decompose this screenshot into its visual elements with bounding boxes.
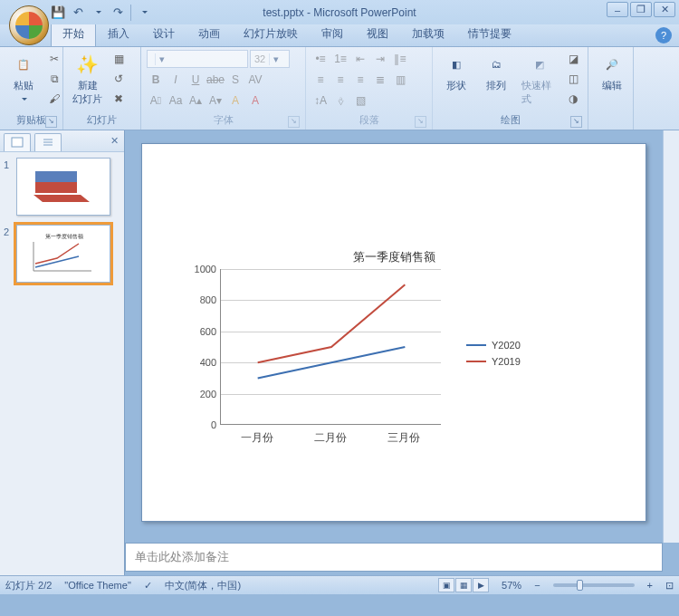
slide[interactable]: 第一季度销售额 02004006008001000 一月份二月份三月份 Y202… xyxy=(141,143,646,522)
chart-plot-area xyxy=(220,269,441,425)
undo-dropdown[interactable] xyxy=(91,5,105,20)
font-size-combo[interactable]: 32▾ xyxy=(250,50,290,68)
redo-icon[interactable]: ↷ xyxy=(110,5,125,20)
underline-button[interactable]: U xyxy=(186,71,205,89)
qat-customize[interactable] xyxy=(137,5,151,20)
zoom-label: 57% xyxy=(502,580,521,591)
normal-view-button[interactable]: ▣ xyxy=(438,578,454,592)
justify-button[interactable]: ≣ xyxy=(371,71,389,89)
shapes-button[interactable]: ◧形状 xyxy=(438,50,474,94)
clipboard-launcher[interactable]: ↘ xyxy=(45,116,57,128)
slideshow-view-button[interactable]: ▶ xyxy=(473,578,489,592)
font-color-button[interactable]: A xyxy=(246,91,264,110)
undo-icon[interactable]: ↶ xyxy=(71,5,85,20)
change-case-button[interactable]: Aa xyxy=(167,91,185,110)
bold-button[interactable]: B xyxy=(147,71,165,89)
tab-insert[interactable]: 插入 xyxy=(96,22,141,46)
tab-review[interactable]: 审阅 xyxy=(310,22,355,46)
thumbnail-1[interactable]: 1 xyxy=(4,158,120,216)
spellcheck-icon[interactable]: ✓ xyxy=(144,580,152,592)
new-slide-button[interactable]: ✨ 新建 幻灯片 xyxy=(69,50,106,108)
tab-storyboard[interactable]: 情节提要 xyxy=(456,22,523,46)
char-spacing-button[interactable]: AV xyxy=(246,71,264,89)
align-center-button[interactable]: ≡ xyxy=(331,71,349,89)
fit-window-button[interactable]: ⊡ xyxy=(665,580,674,592)
cut-icon[interactable]: ✂ xyxy=(45,50,63,68)
paragraph-launcher[interactable]: ↘ xyxy=(415,116,426,128)
new-slide-label: 新建 幻灯片 xyxy=(72,79,102,106)
align-right-button[interactable]: ≡ xyxy=(351,71,369,89)
quick-access-toolbar: 💾 ↶ ↷ xyxy=(51,5,151,21)
columns-button[interactable]: ▥ xyxy=(391,71,409,89)
new-slide-icon: ✨ xyxy=(75,52,100,77)
group-clipboard-label: 剪贴板↘ xyxy=(5,112,57,128)
shape-effects-button[interactable]: ◑ xyxy=(564,90,582,108)
editing-button[interactable]: 🔎编辑 xyxy=(594,50,630,94)
align-text-button[interactable]: ⎀ xyxy=(331,91,349,110)
slides-tab[interactable] xyxy=(4,133,31,151)
svg-rect-5 xyxy=(35,182,77,193)
bullets-button[interactable]: •≡ xyxy=(311,50,330,68)
tab-home[interactable]: 开始 xyxy=(51,22,96,46)
shape-outline-button[interactable]: ◫ xyxy=(564,70,582,88)
indent-inc-button[interactable]: ⇥ xyxy=(371,50,389,68)
thumbnail-2[interactable]: 2 第一季度销售额 xyxy=(4,225,120,283)
paste-button[interactable]: 📋 粘贴 xyxy=(5,50,42,107)
vertical-scrollbar[interactable] xyxy=(663,130,679,543)
reset-icon[interactable]: ↺ xyxy=(110,70,128,88)
copy-icon[interactable]: ⧉ xyxy=(45,70,63,88)
outline-tab[interactable] xyxy=(34,133,62,151)
language-label[interactable]: 中文(简体，中国) xyxy=(165,579,241,592)
clear-format-button[interactable]: A⃠ xyxy=(147,91,165,110)
strike-button[interactable]: abe xyxy=(206,71,225,89)
zoom-slider[interactable] xyxy=(553,583,635,587)
font-highlight-button[interactable]: A xyxy=(226,91,244,110)
paste-dropdown[interactable] xyxy=(20,94,27,105)
thumbnails: 1 2 第一季度销售额 xyxy=(0,152,124,575)
tab-design[interactable]: 设计 xyxy=(141,22,186,46)
delete-slide-icon[interactable]: ✖ xyxy=(110,90,128,108)
tab-view[interactable]: 视图 xyxy=(355,22,400,46)
quick-styles-button[interactable]: ◩快速样式 xyxy=(518,50,560,108)
minimize-button[interactable]: – xyxy=(607,2,628,17)
tab-animations[interactable]: 动画 xyxy=(186,22,232,46)
office-button[interactable] xyxy=(9,5,49,45)
save-icon[interactable]: 💾 xyxy=(51,5,65,20)
shrink-font-button[interactable]: A▾ xyxy=(206,91,225,110)
close-button[interactable]: ✕ xyxy=(654,2,675,17)
shadow-button[interactable]: S xyxy=(226,71,244,89)
indent-dec-button[interactable]: ⇤ xyxy=(351,50,369,68)
group-slides: ✨ 新建 幻灯片 ▦ ↺ ✖ 幻灯片 xyxy=(63,47,141,130)
numbering-button[interactable]: 1≡ xyxy=(331,50,349,68)
group-font-label: 字体↘ xyxy=(147,112,300,128)
sorter-view-button[interactable]: ▦ xyxy=(455,578,472,592)
shape-fill-button[interactable]: ◪ xyxy=(564,50,582,68)
font-launcher[interactable]: ↘ xyxy=(288,116,300,128)
tab-addins[interactable]: 加载项 xyxy=(400,22,456,46)
title-bar: 💾 ↶ ↷ test.pptx - Microsoft PowerPoint –… xyxy=(0,0,679,24)
help-button[interactable]: ? xyxy=(655,27,672,43)
chart-yaxis: 02004006008001000 xyxy=(191,269,220,425)
line-spacing-button[interactable]: ‖≡ xyxy=(391,50,409,68)
notes-pane[interactable]: 单击此处添加备注 xyxy=(125,543,663,572)
font-name-combo[interactable]: ▾ xyxy=(147,50,248,68)
tab-slideshow[interactable]: 幻灯片放映 xyxy=(232,22,310,46)
italic-button[interactable]: I xyxy=(167,71,185,89)
grow-font-button[interactable]: A▴ xyxy=(186,91,205,110)
format-painter-icon[interactable]: 🖌 xyxy=(45,90,63,108)
align-left-button[interactable]: ≡ xyxy=(311,71,330,89)
chart-legend: Y2020Y2019 xyxy=(466,340,521,372)
smartart-button[interactable]: ▧ xyxy=(351,91,369,110)
drawing-launcher[interactable]: ↘ xyxy=(570,116,582,128)
ribbon-tabs: 开始 插入 设计 动画 幻灯片放映 审阅 视图 加载项 情节提要 ? xyxy=(0,24,679,47)
panel-close-button[interactable]: ✕ xyxy=(110,135,119,147)
restore-button[interactable]: ❐ xyxy=(630,2,652,17)
zoom-in-button[interactable]: + xyxy=(647,580,653,591)
slide-scroll-area[interactable]: 第一季度销售额 02004006008001000 一月份二月份三月份 Y202… xyxy=(125,130,663,543)
group-paragraph-label: 段落↘ xyxy=(311,112,426,128)
zoom-out-button[interactable]: − xyxy=(534,580,540,591)
text-direction-button[interactable]: ↕A xyxy=(311,91,330,110)
layout-icon[interactable]: ▦ xyxy=(110,50,128,68)
arrange-button[interactable]: 🗂排列 xyxy=(478,50,514,94)
theme-name: "Office Theme" xyxy=(64,580,130,591)
